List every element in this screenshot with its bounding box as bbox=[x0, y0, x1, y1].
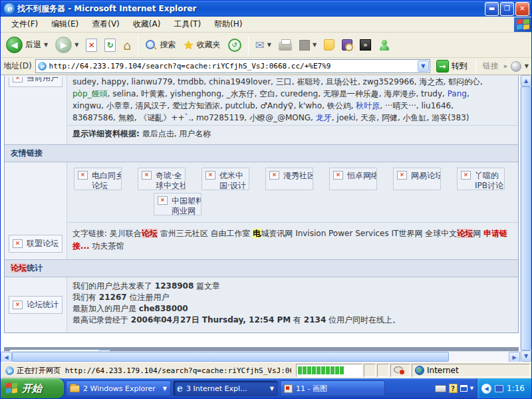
notes-button[interactable] bbox=[321, 38, 337, 52]
task-button[interactable]: 2 Windows Explorer▼ bbox=[66, 380, 171, 396]
progress-block bbox=[335, 366, 339, 374]
text-segment: 83687586, 無赖, 《谜亂》++`., mo7285119, 小瞭@_@… bbox=[72, 113, 316, 122]
progress-block bbox=[354, 366, 358, 374]
friendly-link-button[interactable]: ✕漫秀社区 bbox=[265, 168, 313, 190]
loading-label: 正在打开网页 bbox=[17, 366, 61, 375]
friendly-link-button[interactable]: ✕丫噹的IPB讨论 bbox=[457, 168, 505, 190]
start-button[interactable]: 开始 bbox=[1, 378, 64, 398]
network-tray-icon[interactable] bbox=[495, 385, 503, 392]
link-label-line2: 国·设计 bbox=[219, 181, 246, 190]
edit-button[interactable]: ▼ bbox=[297, 39, 319, 52]
link-label-line1: 优米中 bbox=[219, 171, 246, 181]
restore-langbar-icon[interactable] bbox=[460, 385, 467, 392]
text-segment: pòp_饅頭 bbox=[72, 89, 108, 98]
dictionary-button[interactable] bbox=[339, 38, 355, 52]
progress-block bbox=[312, 366, 316, 374]
task-button[interactable]: 11 - 画图 bbox=[280, 380, 385, 396]
maximize-button[interactable]: ❐ bbox=[500, 2, 514, 16]
menu-item-查看[interactable]: 查看(V) bbox=[85, 17, 126, 32]
search-button[interactable]: 搜索 bbox=[142, 38, 178, 53]
print-icon bbox=[279, 42, 292, 51]
friendly-link-button[interactable]: ✕优米中国·设计 bbox=[201, 168, 249, 190]
menu-item-帮助[interactable]: 帮助(H) bbox=[207, 17, 249, 32]
user-list-line: 83687586, 無赖, 《谜亂》++`., mo7285119, 小瞭@_@… bbox=[72, 112, 513, 124]
forum-stats-lines: 我们的用户总共发表了 1238908 篇文章我们有 21267 位注册用户最新加… bbox=[72, 278, 513, 331]
title-bar: e 找不到服务器 - Microsoft Internet Explorer ▬… bbox=[1, 1, 531, 17]
progress-block bbox=[298, 366, 302, 374]
scroll-left-icon[interactable]: ◀ bbox=[1, 352, 12, 362]
print-button[interactable] bbox=[276, 38, 295, 52]
forward-button[interactable]: ▶ ▼ bbox=[53, 35, 81, 55]
vertical-scroll-thumb[interactable] bbox=[521, 86, 531, 350]
ime-help-icon[interactable]: ? bbox=[449, 384, 458, 393]
text-segment: sudey, happy, lianwu779, tmdbb, china194… bbox=[72, 77, 483, 86]
refresh-button[interactable]: ↻ bbox=[102, 37, 118, 53]
ie-window: e 找不到服务器 - Microsoft Internet Explorer ▬… bbox=[0, 0, 532, 399]
vertical-scrollbar[interactable]: ▲ ▼ bbox=[520, 75, 531, 362]
links-label[interactable]: 链接 bbox=[481, 61, 500, 72]
system-tray: ◀ 1:16 bbox=[477, 378, 531, 398]
home-button[interactable]: ⌂ bbox=[120, 37, 134, 53]
menu-item-工具[interactable]: 工具(T) bbox=[167, 17, 207, 32]
horizontal-scrollbar[interactable]: ◀ ▶ bbox=[1, 351, 520, 362]
scroll-up-icon[interactable]: ▲ bbox=[521, 75, 531, 86]
addon-dropdown-icon[interactable]: ▼ bbox=[525, 63, 529, 69]
horizontal-scroll-thumb[interactable] bbox=[12, 352, 449, 362]
stat-line: 最高记录曾经于 2006年04月27日 Thursday, 12:54 PM 有… bbox=[72, 315, 513, 326]
address-dropdown-icon[interactable]: ▼ bbox=[418, 61, 429, 72]
link-label-line1: 漫秀社区 bbox=[283, 171, 313, 181]
progress-block bbox=[303, 366, 307, 374]
back-dropdown-icon[interactable]: ▼ bbox=[44, 42, 48, 48]
links-chevron-icon[interactable]: » bbox=[503, 63, 507, 70]
friendly-link-button[interactable]: ✕奇琥·全球中文社 bbox=[138, 168, 186, 190]
current-users-box: ✕ 当前用户 bbox=[9, 77, 63, 89]
user-list-line: xingwu, 小章章, 清风汉子, 爱过方知酒浓, putclub, ♂And… bbox=[72, 100, 513, 112]
text-segment: 统计 bbox=[27, 263, 43, 273]
friendly-link-button[interactable]: ✕恒卓网络 bbox=[329, 168, 377, 190]
addon-orb-icon[interactable] bbox=[511, 61, 521, 72]
text-segment: 论坛 bbox=[142, 229, 158, 238]
text-segment: 文字链接: 吴川联合 bbox=[72, 229, 142, 238]
address-input[interactable]: e http://64.233.179.104/search?q=cache:r… bbox=[35, 59, 430, 73]
text-segment: 秋叶原 bbox=[356, 101, 380, 110]
minimize-button[interactable]: ▬ bbox=[485, 2, 499, 16]
task-group-arrow-icon[interactable]: ▼ bbox=[270, 386, 274, 392]
notes-icon bbox=[324, 39, 334, 51]
task-button[interactable]: e3 Internet Expl...▼ bbox=[173, 380, 278, 396]
friendly-link-button[interactable]: ✕电白同乡论坛 bbox=[74, 168, 122, 190]
alliance-forum-link[interactable]: ✕ 联盟论坛 bbox=[9, 235, 63, 253]
go-button[interactable]: → 转到 bbox=[434, 59, 470, 73]
messenger-button[interactable] bbox=[376, 38, 393, 53]
ie-logo-icon: e bbox=[4, 3, 15, 14]
menu-item-收藏[interactable]: 收藏(A) bbox=[126, 17, 168, 32]
text-segment: 网 bbox=[473, 229, 483, 238]
history-button[interactable]: ↺ bbox=[225, 37, 244, 53]
link-label-line2: 球中文社 bbox=[156, 181, 186, 190]
close-button[interactable]: ✕ bbox=[515, 2, 529, 16]
scroll-right-icon[interactable]: ▶ bbox=[509, 352, 520, 362]
privacy-blocked-icon[interactable] bbox=[394, 366, 405, 375]
menu-item-编辑[interactable]: 编辑(E) bbox=[45, 17, 85, 32]
dictionary-icon bbox=[342, 39, 352, 51]
search-icon bbox=[145, 39, 157, 51]
back-label: 后退 bbox=[25, 39, 41, 51]
flashget-button[interactable]: » bbox=[357, 38, 374, 52]
friendly-link-button[interactable]: ✕网易论坛 bbox=[393, 168, 441, 190]
task-group-arrow-icon[interactable]: ▼ bbox=[163, 386, 167, 392]
friendly-link-label: 奇琥·全球中文社 bbox=[156, 171, 186, 190]
text-segment: , ···晴天···, liu1646, bbox=[380, 101, 454, 110]
scroll-down-icon[interactable]: ▼ bbox=[521, 350, 531, 362]
text-segment: 城资讯网 Invision Power Services IT世界网 全球中文 bbox=[261, 229, 457, 238]
ie-icon: e bbox=[177, 383, 183, 394]
stop-button[interactable]: ✕ bbox=[83, 37, 100, 53]
langbar-options-icon[interactable]: ▼ bbox=[470, 386, 473, 391]
hide-icons-chevron-icon[interactable]: ◀ bbox=[481, 384, 491, 394]
menu-bar: 文件(F)编辑(E)查看(V)收藏(A)工具(T)帮助(H) bbox=[1, 17, 531, 33]
back-button[interactable]: ◀ 后退 ▼ bbox=[3, 35, 51, 55]
go-label: 转到 bbox=[452, 61, 467, 72]
favorites-button[interactable]: ★ 收藏夹 bbox=[180, 37, 223, 53]
friendly-link-button[interactable]: ✕中国塑料商业网 bbox=[154, 193, 201, 215]
mail-button[interactable]: ✉▼ bbox=[253, 37, 274, 53]
keyboard-icon[interactable] bbox=[435, 385, 446, 392]
menu-item-文件[interactable]: 文件(F) bbox=[5, 17, 45, 32]
